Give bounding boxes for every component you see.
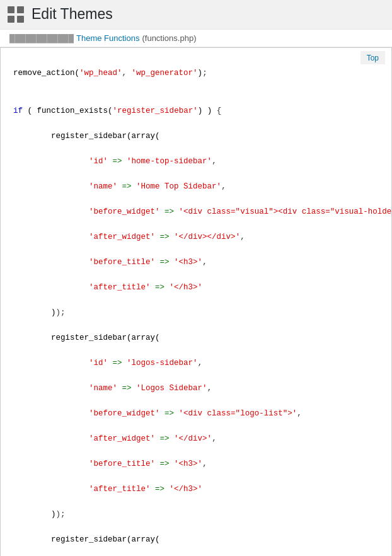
- svg-rect-0: [8, 6, 14, 13]
- code-line: 'after_title' => '</h3>': [13, 281, 382, 294]
- page-header: Edit Themes: [0, 0, 392, 29]
- code-line: 'name' => 'Logos Sidebar',: [13, 382, 382, 395]
- top-link[interactable]: Top: [367, 54, 379, 62]
- code-line: if ( function_exists('register_sidebar')…: [13, 105, 382, 117]
- code-line: 'before_widget' => '<div class="visual">…: [13, 206, 382, 218]
- code-line: 'before_title' => '<h3>',: [13, 256, 382, 269]
- code-line: 'id' => 'home-top-sidebar',: [13, 155, 382, 168]
- breadcrumb-filepath: (functions.php): [142, 33, 196, 43]
- svg-rect-3: [17, 16, 24, 23]
- top-link-area: Top: [360, 51, 385, 64]
- code-line: 'after_widget' => '</div></div>',: [13, 231, 382, 243]
- page-wrapper: Edit Themes ████████████ Theme Functions…: [0, 0, 392, 556]
- code-line: 'name' => 'Home Top Sidebar',: [13, 180, 382, 193]
- code-line: register_sidebar(array(: [13, 130, 382, 142]
- code-content[interactable]: remove_action('wp_head', 'wp_generator')…: [1, 48, 391, 556]
- code-line: ));: [13, 508, 382, 521]
- code-editor: remove_action('wp_head', 'wp_generator')…: [0, 47, 392, 556]
- code-line: 'id' => 'logos-sidebar',: [13, 357, 382, 369]
- code-line: 'after_title' => '</h3>': [13, 483, 382, 495]
- breadcrumb-username: ████████████: [9, 34, 74, 43]
- code-line: register_sidebar(array(: [13, 533, 382, 546]
- themes-icon: [6, 5, 25, 24]
- code-line: remove_action('wp_head', 'wp_generator')…: [13, 67, 382, 79]
- svg-rect-2: [8, 16, 14, 23]
- code-line: 'before_title' => '<h3>',: [13, 458, 382, 470]
- code-line: 'after_widget' => '</div>',: [13, 432, 382, 445]
- code-line: 'before_widget' => '<div class="logo-lis…: [13, 407, 382, 420]
- code-line: ));: [13, 306, 382, 319]
- code-line: register_sidebar(array(: [13, 332, 382, 344]
- breadcrumb-filename-link[interactable]: Theme Functions: [76, 33, 139, 43]
- svg-rect-1: [17, 6, 24, 13]
- breadcrumb-bar: ████████████ Theme Functions (functions.…: [0, 29, 392, 47]
- page-title: Edit Themes: [32, 5, 113, 24]
